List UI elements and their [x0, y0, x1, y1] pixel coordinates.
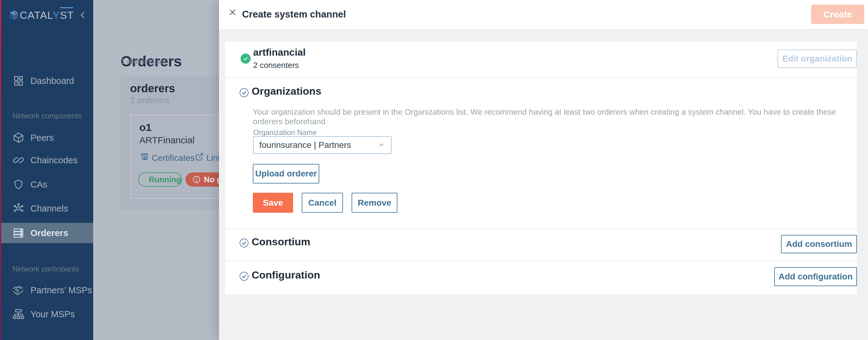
consortium-section: Consortium Add consortium	[225, 229, 857, 260]
external-link-icon	[195, 152, 204, 164]
modal-body: artfinancial 2 consenters Edit organizat…	[219, 30, 868, 340]
circle-check-icon	[239, 88, 249, 99]
remove-button[interactable]: Remove	[351, 193, 397, 213]
sidebar-item-channels[interactable]: Channels	[0, 198, 93, 218]
consortium-heading: Consortium	[252, 236, 310, 248]
organization-name-label: Organization Name	[253, 128, 317, 137]
sidebar-item-your-msps[interactable]: Your MSPs	[0, 304, 93, 324]
summary-org-name: artfinancial	[253, 47, 306, 58]
brand-row: CATALYST	[0, 0, 93, 30]
close-icon[interactable]	[228, 8, 237, 16]
circle-check-icon	[239, 238, 249, 249]
sidebar-section-network-components: Network components	[12, 111, 82, 120]
modal-title: Create system channel	[242, 9, 346, 20]
network-hub-icon	[12, 202, 25, 214]
channel-form-card: artfinancial 2 consenters Edit organizat…	[225, 41, 857, 294]
certificate-icon	[140, 152, 149, 164]
sidebar-collapse-icon[interactable]	[79, 10, 87, 20]
cube-icon	[12, 132, 25, 144]
check-badge-icon	[241, 54, 251, 64]
org-summary-section: artfinancial 2 consenters Edit organizat…	[225, 41, 857, 77]
organization-name-value: fourinsurance | Partners	[259, 140, 377, 150]
catalyst-logo-icon	[9, 10, 19, 21]
circle-check-icon	[239, 271, 249, 282]
configuration-section: Configuration Add configuration	[225, 260, 857, 294]
add-consortium-button[interactable]: Add consortium	[781, 235, 857, 253]
upload-orderer-button[interactable]: Upload orderer	[253, 164, 319, 183]
sidebar-item-dashboard[interactable]: Dashboard	[0, 71, 93, 91]
orderer-organization: ARTFinancial	[140, 135, 195, 145]
sidebar-item-orderers[interactable]: Orderers	[0, 223, 93, 243]
sidebar-item-partners-msps[interactable]: Partners’ MSPs	[0, 280, 93, 300]
create-button[interactable]: Create	[811, 5, 864, 24]
handshake-icon	[12, 284, 25, 296]
ordering-set-name: orderers	[130, 82, 175, 95]
edit-organization-button[interactable]: Edit organization	[778, 49, 857, 68]
sidebar-item-label: CAs	[30, 179, 48, 190]
sidebar-item-label: Your MSPs	[30, 309, 75, 319]
sidebar-item-peers[interactable]: Peers	[0, 128, 93, 148]
dashboard-icon	[12, 75, 25, 87]
cancel-button[interactable]: Cancel	[302, 193, 343, 213]
sidebar-item-label: Partners’ MSPs	[30, 285, 92, 296]
organizations-heading: Organizations	[252, 85, 321, 97]
orderer-node-card: o1 ARTFinancial Certificates	[130, 115, 223, 199]
hierarchy-icon	[12, 308, 25, 320]
save-button[interactable]: Save	[253, 193, 293, 213]
ordering-set-count: 2 orderers	[130, 96, 169, 105]
external-link[interactable]: Link	[195, 152, 222, 164]
sidebar: CATALYST Dashboard Network components	[0, 0, 93, 340]
sidebar-item-label: Dashboard	[30, 76, 74, 86]
sidebar-item-label: Peers	[30, 133, 54, 143]
brand-wordmark: CATALYST	[20, 9, 74, 21]
sidebar-item-label: Channels	[30, 204, 68, 214]
page-subtitle: 1 ordering set	[121, 57, 166, 66]
organizations-section: Organizations Your organization should b…	[225, 77, 857, 229]
organization-name-select[interactable]: fourinsurance | Partners	[253, 136, 392, 154]
chevron-down-icon	[377, 140, 385, 150]
server-stack-icon	[12, 227, 25, 239]
certificates-link-label: Certificates	[152, 153, 195, 163]
left-edge-stripe	[0, 0, 1, 340]
sidebar-item-chaincodes[interactable]: Chaincodes	[0, 150, 93, 170]
add-configuration-button[interactable]: Add configuration	[774, 267, 857, 286]
sidebar-item-cas[interactable]: CAs	[0, 174, 93, 195]
orderer-name: o1	[140, 122, 152, 133]
status-badge-running: Running	[138, 172, 182, 186]
sidebar-section-network-participants: Network participants	[12, 265, 79, 273]
modal-header: Create system channel Create	[219, 0, 868, 30]
certificates-link[interactable]: Certificates	[140, 152, 195, 164]
organizations-description: Your organization should be present in t…	[253, 107, 857, 126]
status-running-label: Running	[149, 175, 181, 184]
create-system-channel-modal: Create system channel Create artfinancia…	[219, 0, 868, 340]
sidebar-item-label: Chaincodes	[30, 155, 78, 165]
shield-icon	[12, 178, 25, 191]
sidebar-item-label: Orderers	[30, 228, 68, 238]
screen: CATALYST Dashboard Network components	[0, 0, 868, 340]
summary-consenters: 2 consenters	[253, 61, 299, 70]
chain-link-icon	[12, 154, 25, 166]
configuration-heading: Configuration	[252, 269, 320, 281]
